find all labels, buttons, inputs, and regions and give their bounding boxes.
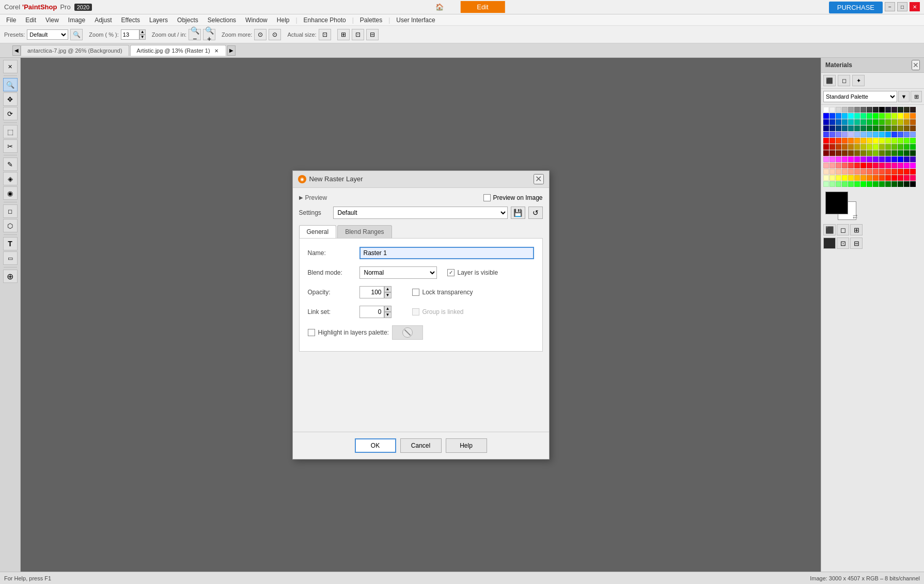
tab-close-btn[interactable]: ✕	[213, 48, 220, 54]
color-swatch[interactable]	[873, 150, 879, 156]
menu-ui[interactable]: User Interface	[392, 15, 439, 25]
color-swatch[interactable]	[879, 175, 885, 181]
color-swatch[interactable]	[848, 113, 854, 119]
color-swatch[interactable]	[904, 163, 910, 168]
color-swatch[interactable]	[898, 163, 903, 168]
color-swatch[interactable]	[836, 107, 841, 113]
minimize-button[interactable]: −	[885, 2, 895, 11]
extra-btn-6[interactable]: ⊟	[850, 238, 863, 249]
color-swatch[interactable]	[836, 156, 841, 162]
color-swatch[interactable]	[860, 113, 866, 119]
color-swatch[interactable]	[898, 175, 903, 181]
color-swatch[interactable]	[879, 163, 885, 168]
color-swatch[interactable]	[854, 181, 860, 187]
color-swatch[interactable]	[842, 169, 848, 175]
menu-window[interactable]: Window	[241, 15, 272, 25]
menu-layers[interactable]: Layers	[145, 15, 172, 25]
color-swatch[interactable]	[836, 138, 841, 144]
color-swatch[interactable]	[860, 144, 866, 150]
menu-help[interactable]: Help	[273, 15, 294, 25]
color-swatch[interactable]	[873, 107, 879, 113]
color-swatch[interactable]	[823, 144, 829, 150]
color-swatch[interactable]	[836, 163, 841, 168]
panel-tool-3[interactable]: ✦	[852, 75, 865, 86]
color-swatch[interactable]	[836, 175, 841, 181]
color-swatch[interactable]	[829, 181, 835, 187]
menu-image[interactable]: Image	[64, 15, 89, 25]
color-swatch[interactable]	[848, 169, 854, 175]
color-swatch[interactable]	[885, 169, 891, 175]
menu-effects[interactable]: Effects	[117, 15, 144, 25]
color-swatch[interactable]	[885, 150, 891, 156]
color-swatch[interactable]	[842, 181, 848, 187]
color-swatch[interactable]	[860, 107, 866, 113]
settings-save-btn[interactable]: 💾	[511, 207, 525, 219]
ltool-move[interactable]: ✥	[3, 92, 18, 106]
color-swatch[interactable]	[823, 119, 829, 125]
color-swatch[interactable]	[854, 144, 860, 150]
color-swatch[interactable]	[904, 169, 910, 175]
zoommore-1-btn[interactable]: ⊙	[254, 29, 267, 40]
color-swatch[interactable]	[873, 169, 879, 175]
color-swatch[interactable]	[904, 138, 910, 144]
color-swatch[interactable]	[823, 113, 829, 119]
color-swatch[interactable]	[842, 138, 848, 144]
ltool-retouch[interactable]: ◉	[3, 186, 18, 200]
color-swatch[interactable]	[891, 181, 897, 187]
color-swatch[interactable]	[829, 113, 835, 119]
color-swatch[interactable]	[854, 125, 860, 131]
color-swatch[interactable]	[823, 175, 829, 181]
color-swatch[interactable]	[829, 107, 835, 113]
color-swatch[interactable]	[848, 107, 854, 113]
color-swatch[interactable]	[910, 132, 916, 137]
menu-objects[interactable]: Objects	[173, 15, 202, 25]
menu-selections[interactable]: Selections	[203, 15, 240, 25]
color-swatch[interactable]	[879, 113, 885, 119]
color-swatch[interactable]	[867, 119, 872, 125]
color-swatch[interactable]	[854, 150, 860, 156]
color-swatch[interactable]	[848, 156, 854, 162]
color-swatch[interactable]	[898, 169, 903, 175]
color-swatch[interactable]	[867, 125, 872, 131]
panel-tool-2[interactable]: ◻	[838, 75, 850, 86]
tab-next-btn[interactable]: ▶	[227, 45, 236, 56]
edit-nav-btn[interactable]: Edit	[460, 1, 505, 13]
color-swatch[interactable]	[885, 175, 891, 181]
color-swatch[interactable]	[823, 138, 829, 144]
ltool-freehand[interactable]: ✂	[3, 139, 18, 153]
color-swatch[interactable]	[879, 119, 885, 125]
color-swatch[interactable]	[891, 169, 897, 175]
color-swatch[interactable]	[848, 119, 854, 125]
color-swatch[interactable]	[854, 156, 860, 162]
color-swatch[interactable]	[898, 144, 903, 150]
color-swatch[interactable]	[891, 119, 897, 125]
ltool-paint[interactable]: ✎	[3, 157, 18, 171]
color-swatch[interactable]	[879, 181, 885, 187]
color-swatch[interactable]	[873, 144, 879, 150]
color-swatch[interactable]	[898, 107, 903, 113]
tab-antarctica[interactable]: antarctica-7.jpg @ 26% (Background)	[21, 45, 129, 56]
zoommore-2-btn[interactable]: ⊙	[269, 29, 281, 40]
help-button[interactable]: Help	[446, 438, 487, 453]
color-swatch[interactable]	[848, 163, 854, 168]
color-swatch[interactable]	[829, 144, 835, 150]
color-swatch[interactable]	[829, 175, 835, 181]
color-swatch[interactable]	[842, 144, 848, 150]
color-swatch[interactable]	[885, 113, 891, 119]
color-swatch[interactable]	[829, 169, 835, 175]
layer-visible-checkbox[interactable]	[447, 269, 455, 276]
color-swatch[interactable]	[873, 163, 879, 168]
color-swatch[interactable]	[910, 163, 916, 168]
color-swatch[interactable]	[879, 125, 885, 131]
color-swatch[interactable]	[879, 132, 885, 137]
color-swatch[interactable]	[879, 150, 885, 156]
panel-close-btn[interactable]: ✕	[912, 60, 920, 70]
color-swatch[interactable]	[854, 169, 860, 175]
highlight-swatch[interactable]	[392, 325, 423, 340]
color-swatch[interactable]	[904, 181, 910, 187]
color-swatch[interactable]	[910, 125, 916, 131]
color-swatch[interactable]	[842, 156, 848, 162]
color-swatch[interactable]	[873, 175, 879, 181]
color-swatch[interactable]	[904, 132, 910, 137]
color-swatch[interactable]	[891, 150, 897, 156]
